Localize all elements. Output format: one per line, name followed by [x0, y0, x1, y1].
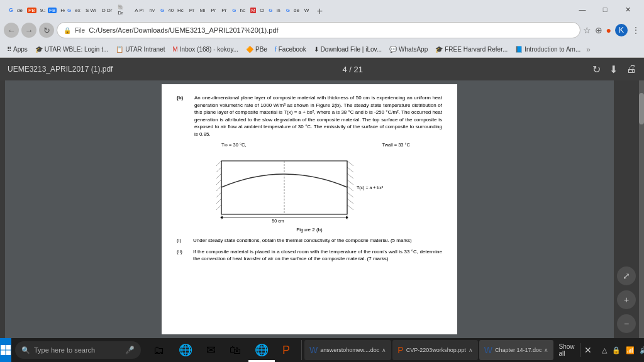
bookmark-intro[interactable]: 📘 Introduction to Am...	[512, 45, 584, 54]
star-icon[interactable]: ☆	[583, 25, 591, 35]
scrollbar-thumb[interactable]	[639, 93, 644, 124]
utar-intranet-icon: 📋	[116, 46, 123, 53]
print-pdf-icon[interactable]: 🖨	[626, 63, 636, 75]
taskbar-chapter-file[interactable]: W Chapter 14-17.doc ∧	[479, 340, 554, 360]
browser-tab-pr3[interactable]: Pr	[219, 1, 229, 19]
bookmark-utar-intranet[interactable]: 📋 UTAR Intranet	[113, 45, 168, 54]
show-all-button[interactable]: Show all	[553, 343, 580, 357]
address-bar[interactable]: 🔒 File C:/Users/Acer/Downloads/UEME3213_…	[57, 22, 580, 38]
sub-text-ii: If the composite material is placed in a…	[193, 248, 442, 263]
tray-volume-icon[interactable]: 🔊	[640, 346, 645, 354]
bookmark-facebook[interactable]: f Facebook	[272, 45, 309, 54]
browser-tab-mi[interactable]: Mi	[197, 1, 208, 19]
user-icon[interactable]: K	[615, 24, 628, 36]
more-bookmarks-icon[interactable]: »	[586, 45, 591, 54]
figure-diagram-svg: 50 cm T(x) = a + bx²	[209, 155, 410, 224]
browser-tab-hv[interactable]: hv	[147, 1, 157, 19]
svg-line-7	[216, 199, 221, 204]
browser-tab-pr1[interactable]: Pr	[187, 1, 197, 19]
taskbar-ppt-file[interactable]: P CVP-2203workshop.ppt ∧	[392, 340, 477, 360]
browser-tab-g-de[interactable]: Gde	[5, 1, 24, 19]
start-button[interactable]	[0, 338, 11, 362]
maximize-button[interactable]: □	[594, 0, 616, 19]
pdf-scrollbar[interactable]	[639, 80, 644, 338]
chapter-chevron-icon[interactable]: ∧	[544, 347, 548, 353]
bookmark-pbe[interactable]: 🔶 PBe	[243, 45, 270, 54]
browser-tab-a-pi[interactable]: A Pi	[132, 1, 146, 19]
svg-line-8	[216, 205, 221, 210]
figure-caption: Figure 2 (b)	[296, 226, 322, 234]
browser-tab-s-wi[interactable]: S Wi	[83, 1, 99, 19]
taskbar-store-icon[interactable]: 🛍	[223, 338, 247, 362]
pdf-content-area[interactable]: (b) An one-dimensional plane layer of co…	[5, 80, 614, 338]
taskbar-mail-icon[interactable]: ✉	[200, 338, 222, 362]
svg-line-15	[347, 192, 353, 197]
browser-tab-g-ex[interactable]: Gex	[65, 1, 82, 19]
menu-icon[interactable]: ⋮	[631, 25, 640, 35]
browser-tab-d[interactable]: D Dr	[99, 1, 114, 19]
browser-tab-g-in[interactable]: Gin	[266, 1, 282, 19]
download-icon: ⬇	[314, 46, 319, 53]
taskbar-word-file[interactable]: W answerstohomew....doc ∧	[304, 340, 391, 360]
ppt-file-label: CVP-2203workshop.ppt	[406, 347, 466, 353]
bookmark-harvard[interactable]: 🎓 FREE Harvard Refer...	[432, 45, 511, 54]
word-chevron-icon[interactable]: ∧	[382, 347, 386, 353]
extension-icon[interactable]: ⊕	[595, 25, 602, 35]
bookmark-whatsapp[interactable]: 💬 WhatsApp	[386, 45, 431, 54]
lock-icon: 🔒	[64, 27, 71, 34]
tray-arrow-icon[interactable]: △	[602, 346, 607, 354]
taskbar-edge-icon[interactable]: 🌐	[172, 338, 199, 362]
forward-button[interactable]: →	[21, 23, 36, 38]
browser-tab-g-de2[interactable]: Gde	[284, 1, 301, 19]
taskbar-search[interactable]: 🔍 Type here to search 🎤	[15, 341, 141, 359]
svg-line-17	[347, 205, 353, 210]
sub-label-ii: (ii)	[177, 248, 188, 263]
bookmark-utar[interactable]: 🎓 UTAR WBLE: Login t...	[32, 45, 112, 54]
sub-text-i: Under steady state conditions, obtain th…	[193, 237, 412, 244]
tray-network-icon[interactable]: 📶	[626, 346, 635, 354]
browser-tab-hc[interactable]: Hc	[175, 1, 186, 19]
microphone-icon[interactable]: 🎤	[125, 346, 135, 354]
bookmark-apps[interactable]: ⠿ Apps	[4, 45, 31, 54]
ppt-chevron-icon[interactable]: ∧	[469, 347, 473, 353]
svg-line-10	[347, 161, 353, 166]
refresh-pdf-icon[interactable]: ↻	[592, 63, 601, 75]
system-tray: △ 🔒 📶 🔊 ENG 9:55 PM 5/1/2019	[596, 342, 645, 358]
refresh-button[interactable]: ↻	[39, 23, 54, 38]
red-circle-icon[interactable]: ●	[606, 25, 611, 35]
new-tab-button[interactable]: +	[312, 4, 327, 19]
close-button[interactable]: ✕	[616, 0, 639, 19]
utar-icon: 🎓	[35, 46, 43, 53]
zoom-out-button[interactable]: −	[617, 314, 636, 333]
browser-tab-pr2[interactable]: Pr	[208, 1, 218, 19]
tray-lock-icon[interactable]: 🔒	[612, 346, 621, 354]
pbe-icon: 🔶	[246, 46, 253, 53]
taskbar-explorer-icon[interactable]: 🗂	[147, 338, 171, 362]
browser-tab-fb[interactable]: FBHc	[45, 1, 64, 19]
fullscreen-button[interactable]: ⤢	[617, 266, 636, 285]
browser-tab-m-cl[interactable]: MCl	[248, 1, 265, 19]
bookmark-download[interactable]: ⬇ Download File | iLov...	[311, 45, 385, 54]
bookmark-inbox[interactable]: M Inbox (168) - kokoy...	[169, 45, 242, 54]
svg-line-3	[216, 173, 221, 178]
svg-rect-28	[6, 351, 11, 356]
svg-line-6	[216, 192, 221, 197]
svg-line-5	[216, 186, 221, 191]
browser-tab-pb[interactable]: PB9.2	[25, 1, 45, 19]
zoom-in-button[interactable]: +	[617, 290, 636, 309]
browser-tab-dr[interactable]: 🐘 Dr	[115, 1, 131, 19]
intro-icon: 📘	[515, 46, 523, 53]
download-pdf-icon[interactable]: ⬇	[609, 63, 618, 75]
section-b-text: An one-dimensional plane layer of compos…	[194, 94, 442, 138]
browser-tab-w[interactable]: W	[302, 1, 312, 19]
browser-tab-g-hc[interactable]: Ghc	[230, 1, 247, 19]
minimize-button[interactable]: —	[571, 0, 594, 19]
taskbar-powerpoint-icon[interactable]: P	[276, 338, 296, 362]
taskbar-chrome-icon[interactable]: 🌐	[248, 338, 275, 362]
sub-item-i: (i) Under steady state conditions, obtai…	[177, 237, 442, 244]
browser-tab-g40[interactable]: G40	[158, 1, 174, 19]
window-controls: — □ ✕	[571, 0, 639, 19]
show-all-close-icon[interactable]: ✕	[580, 345, 596, 355]
taskbar: 🔍 Type here to search 🎤 🗂 🌐 ✉ 🛍 🌐 P W an…	[0, 338, 644, 362]
back-button[interactable]: ←	[4, 23, 19, 38]
